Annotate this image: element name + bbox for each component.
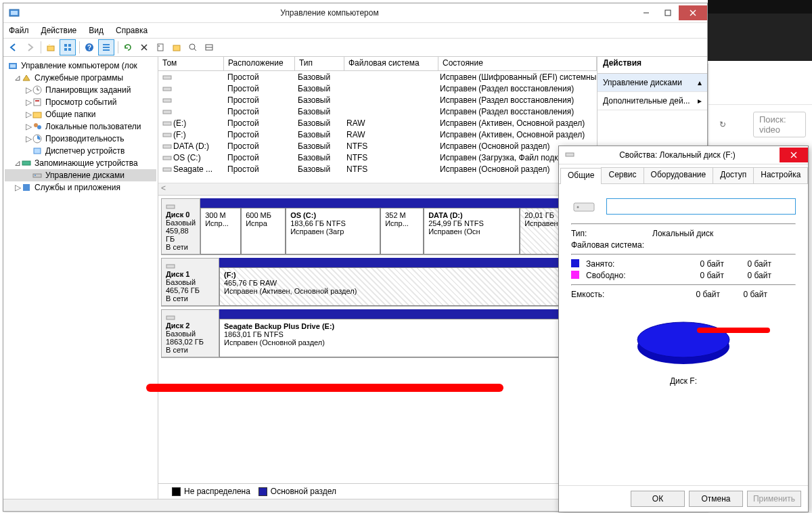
menu-view[interactable]: Вид — [89, 26, 104, 35]
menu-file[interactable]: Файл — [9, 26, 29, 35]
svg-rect-18 — [158, 44, 163, 51]
search-input[interactable]: Поиск: video — [753, 112, 806, 137]
svg-line-22 — [194, 49, 196, 51]
table-row[interactable]: ПростойБазовыйИсправен (Шифрованный (EFI… — [158, 71, 597, 83]
folder-up-button[interactable] — [43, 40, 58, 55]
tab-customize[interactable]: Настройка — [753, 167, 808, 183]
tree-item[interactable]: ▷Общие папки — [5, 108, 156, 120]
col-type[interactable]: Тип — [295, 57, 344, 70]
tree-item[interactable]: Диспетчер устройств — [5, 145, 156, 157]
refresh-icon[interactable]: ↻ — [719, 120, 726, 129]
center-pane: Том Расположение Тип Файловая система Со… — [158, 57, 597, 499]
tree-root[interactable]: Управление компьютером (лок — [5, 60, 156, 72]
col-volume[interactable]: Том — [158, 57, 224, 70]
delete-icon[interactable] — [137, 40, 152, 55]
tree-item[interactable]: ▷Планировщик заданий — [5, 84, 156, 96]
svg-rect-15 — [103, 49, 110, 51]
cancel-button[interactable]: Отмена — [689, 491, 743, 507]
titlebar: Управление компьютером — [3, 3, 707, 23]
tree-group-utilities[interactable]: ⊿ Служебные программы — [5, 72, 156, 84]
app-icon — [9, 7, 20, 18]
disk-row: Диск 0Базовый459,88 ГБВ сети300 MИспр...… — [161, 198, 594, 255]
svg-point-19 — [158, 45, 160, 47]
annotation-highlight — [697, 328, 770, 333]
nav-forward-button[interactable] — [22, 40, 37, 55]
zoom-icon[interactable] — [185, 40, 200, 55]
h-scrollbar[interactable]: < — [158, 183, 597, 195]
refresh-icon[interactable] — [120, 40, 135, 55]
drive-large-icon — [571, 194, 597, 219]
window-title: Управление компьютером — [24, 8, 635, 18]
svg-rect-1 — [11, 11, 18, 15]
disk-partition[interactable]: 352 MИспр... — [380, 208, 424, 254]
table-row[interactable]: OS (C:)ПростойБазовыйNTFSИсправен (Загру… — [158, 152, 597, 163]
disk-partition[interactable]: DATA (D:)254,99 ГБ NTFSИсправен (Осн — [424, 208, 520, 254]
toolbar: ? — [3, 39, 707, 57]
svg-rect-46 — [163, 133, 171, 137]
table-row[interactable]: DATA (D:)ПростойБазовыйNTFSИсправен (Осн… — [158, 140, 597, 152]
tree-group-storage[interactable]: ⊿Запоминающие устройства — [5, 157, 156, 169]
table-row[interactable]: Seagate ...ПростойБазовыйNTFSИсправен (О… — [158, 163, 597, 175]
maximize-button[interactable] — [657, 5, 679, 20]
free-color-icon — [571, 271, 579, 279]
grid-body[interactable]: ПростойБазовыйИсправен (Шифрованный (EFI… — [158, 71, 597, 183]
properties-icon[interactable] — [153, 40, 168, 55]
action-more[interactable]: Дополнительные дей...▸ — [597, 92, 707, 110]
minimize-button[interactable] — [635, 5, 657, 20]
svg-rect-38 — [33, 174, 41, 177]
nav-back-button[interactable] — [6, 40, 21, 55]
grid-header: Том Расположение Тип Файловая система Со… — [158, 57, 597, 71]
details-button[interactable] — [98, 39, 114, 55]
svg-rect-40 — [23, 184, 30, 191]
disk-row: Диск 2Базовый1863,02 ГБВ сетиSeagate Bac… — [161, 309, 594, 358]
disk-label[interactable]: Диск 2Базовый1863,02 ГБВ сети — [161, 309, 219, 357]
disk-label[interactable]: Диск 1Базовый465,76 ГБВ сети — [161, 258, 219, 306]
svg-rect-6 — [47, 46, 54, 51]
disk-partition[interactable]: (F:)465,76 ГБ RAWИсправен (Активен, Осно… — [219, 267, 594, 306]
collapse-icon: ▴ — [698, 78, 702, 87]
col-layout[interactable]: Расположение — [224, 57, 295, 70]
disk-partition[interactable]: OS (C:)183,66 ГБ NTFSИсправен (Загр — [286, 208, 380, 254]
table-row[interactable]: ПростойБазовыйИсправен (Раздел восстанов… — [158, 94, 597, 106]
dialog-tabs: Общие Сервис Оборудование Доступ Настрой… — [559, 164, 808, 184]
tree-group-services[interactable]: ▷Службы и приложения — [5, 181, 156, 194]
disk-partition[interactable]: Seagate Backup Plus Drive (E:)1863,01 ГБ… — [219, 319, 594, 357]
col-filesystem[interactable]: Файловая система — [344, 57, 438, 70]
table-row[interactable]: ПростойБазовыйИсправен (Раздел восстанов… — [158, 106, 597, 117]
col-status[interactable]: Состояние — [438, 57, 597, 70]
tab-tools[interactable]: Сервис — [601, 167, 644, 183]
table-row[interactable]: (E:)ПростойБазовыйRAWИсправен (Активен, … — [158, 117, 597, 129]
action-disk-mgmt[interactable]: Управление дисками▴ — [597, 74, 707, 92]
tab-sharing[interactable]: Доступ — [713, 167, 754, 183]
disk-partition[interactable]: 300 MИспр... — [200, 208, 241, 254]
tab-hardware[interactable]: Оборудование — [644, 167, 714, 183]
open-icon[interactable] — [169, 40, 184, 55]
view-button[interactable] — [60, 39, 76, 55]
svg-rect-36 — [34, 148, 41, 154]
svg-text:?: ? — [87, 44, 91, 51]
tree-item[interactable]: ▷Производительность — [5, 133, 156, 145]
tree-item[interactable]: ▷Просмотр событий — [5, 96, 156, 108]
apply-button[interactable]: Применить — [747, 491, 801, 507]
dialog-close-button[interactable] — [780, 148, 808, 162]
disk-label[interactable]: Диск 0Базовый459,88 ГБВ сети — [161, 198, 200, 254]
close-button[interactable] — [679, 5, 707, 20]
tab-general[interactable]: Общие — [560, 168, 602, 184]
actions-header: Действия — [597, 57, 707, 74]
svg-rect-9 — [64, 48, 67, 51]
menu-help[interactable]: Справка — [116, 26, 148, 35]
disk-partition[interactable]: 600 МБИспра — [241, 208, 286, 254]
tree-item[interactable]: ▷Локальные пользователи — [5, 120, 156, 133]
help-button[interactable]: ? — [82, 40, 97, 55]
list-icon[interactable] — [202, 40, 217, 55]
ok-button[interactable]: ОК — [631, 491, 685, 507]
menubar: Файл Действие Вид Справка — [3, 23, 707, 39]
svg-rect-41 — [163, 76, 171, 79]
table-row[interactable]: ПростойБазовыйИсправен (Раздел восстанов… — [158, 83, 597, 94]
svg-rect-3 — [665, 10, 671, 16]
svg-rect-10 — [68, 48, 71, 51]
tree-disk-management[interactable]: Управление дисками — [5, 169, 156, 181]
table-row[interactable]: (F:)ПростойБазовыйRAWИсправен (Активен, … — [158, 129, 597, 140]
menu-action[interactable]: Действие — [41, 26, 77, 35]
volume-name-input[interactable] — [606, 198, 796, 215]
